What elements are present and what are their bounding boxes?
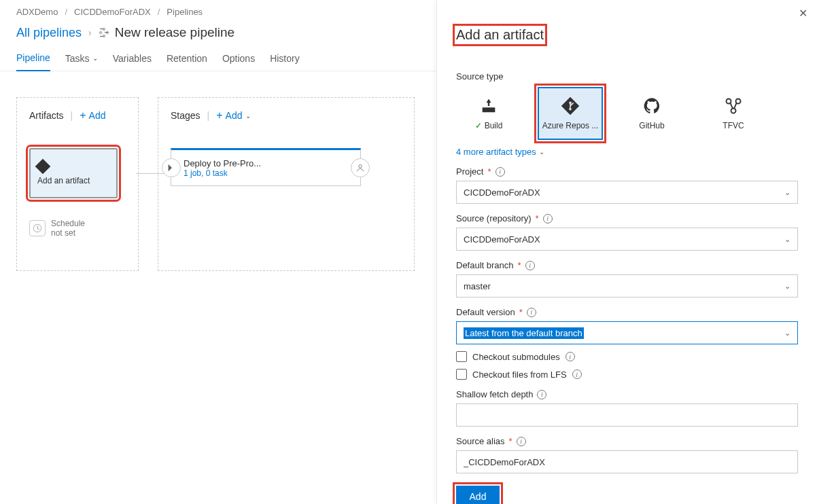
source-type-label: Source type [456, 71, 798, 82]
artifacts-add-link[interactable]: + Add [80, 110, 105, 121]
checkout-lfs-label: Checkout files from LFS [472, 370, 567, 380]
chevron-down-icon: ⌄ [245, 112, 251, 120]
add-button[interactable]: Add [456, 486, 500, 504]
chevron-right-icon: › [88, 27, 92, 38]
panel-title: Add an artifact [456, 27, 544, 43]
artifact-icon [35, 159, 51, 175]
add-artifact-label: Add an artifact [37, 176, 109, 185]
chevron-down-icon: ⌄ [784, 282, 790, 291]
breadcrumb-item[interactable]: Pipelines [167, 7, 203, 17]
source-tile-azure-repos[interactable]: Azure Repos ... [538, 87, 603, 140]
person-trigger-icon [167, 163, 176, 173]
stage-card[interactable]: Deploy to Pre-Pro... 1 job, 0 task [171, 148, 361, 186]
git-diamond-icon [561, 96, 580, 115]
info-icon[interactable]: i [543, 214, 553, 223]
project-label: Project [456, 166, 483, 177]
tab-history[interactable]: History [270, 47, 300, 71]
breadcrumb-sep: / [158, 7, 160, 17]
source-repo-label: Source (repository) [456, 213, 532, 223]
info-icon[interactable]: i [537, 390, 546, 399]
source-alias-input[interactable] [456, 450, 798, 473]
source-tile-build[interactable]: ✓Build [456, 87, 521, 140]
source-tile-tfvc[interactable]: TFVC [701, 87, 766, 140]
tab-options[interactable]: Options [222, 47, 255, 71]
shallow-depth-label: Shallow fetch depth [456, 389, 533, 399]
close-icon[interactable]: ✕ [799, 7, 807, 20]
info-icon[interactable]: i [525, 261, 535, 270]
rocket-icon [99, 27, 109, 38]
chevron-down-icon: ⌄ [539, 148, 544, 156]
pre-deploy-conditions[interactable] [162, 158, 181, 177]
tfvc-icon [724, 96, 743, 115]
source-alias-label: Source alias [456, 436, 505, 446]
stages-add-link[interactable]: + Add ⌄ [216, 110, 250, 121]
tab-variables[interactable]: Variables [113, 47, 152, 71]
svg-point-1 [359, 165, 362, 168]
source-repo-select[interactable]: CICDDemoForADX⌄ [456, 228, 798, 251]
add-artifact-card[interactable]: Add an artifact [29, 148, 118, 198]
tab-retention[interactable]: Retention [167, 47, 207, 71]
chevron-down-icon: ⌄ [784, 188, 790, 197]
more-artifact-types-link[interactable]: 4 more artifact types ⌄ [456, 147, 798, 157]
breadcrumb-sep: / [65, 7, 67, 17]
source-type-grid: ✓Build Azure Repos ... GitHub TFVC [456, 87, 798, 140]
default-version-select[interactable]: Latest from the default branch⌄ [456, 321, 798, 344]
pipeline-title: New release pipeline [99, 25, 234, 40]
breadcrumb-item[interactable]: CICDDemoForADX [74, 7, 151, 17]
svg-point-7 [731, 109, 736, 113]
plus-icon: + [216, 110, 222, 121]
plus-icon: + [80, 110, 86, 121]
all-pipelines-link[interactable]: All pipelines [16, 26, 82, 40]
info-icon[interactable]: i [496, 167, 505, 177]
stage-jobs-link[interactable]: 1 job, 0 task [184, 168, 348, 178]
post-deploy-conditions[interactable] [351, 158, 370, 177]
source-tile-github[interactable]: GitHub [619, 87, 684, 140]
artifacts-heading: Artifacts [29, 110, 64, 121]
github-icon [642, 96, 661, 115]
checkout-lfs-checkbox[interactable] [456, 369, 467, 380]
stages-column: Stages | + Add ⌄ Deploy to Pre-Pro... 1 … [158, 97, 415, 271]
checkout-submodules-checkbox[interactable] [456, 351, 467, 362]
stages-heading: Stages [171, 110, 201, 121]
breadcrumb-item[interactable]: ADXDemo [16, 7, 58, 17]
person-icon [356, 164, 364, 172]
chevron-down-icon: ⌄ [784, 329, 790, 338]
build-icon [479, 96, 498, 115]
add-artifact-panel: ✕ Add an artifact Source type ✓Build Azu… [436, 0, 817, 504]
project-select[interactable]: CICDDemoForADX⌄ [456, 181, 798, 204]
default-version-label: Default version [456, 307, 515, 317]
info-icon[interactable]: i [566, 352, 575, 361]
checkout-submodules-label: Checkout submodules [472, 352, 560, 362]
shallow-depth-input[interactable] [456, 403, 798, 427]
info-icon[interactable]: i [517, 437, 526, 446]
stage-name: Deploy to Pre-Pro... [184, 158, 348, 168]
default-branch-select[interactable]: master⌄ [456, 274, 798, 298]
tab-pipeline[interactable]: Pipeline [16, 47, 50, 71]
info-icon[interactable]: i [527, 308, 536, 317]
chevron-down-icon: ⌄ [784, 235, 790, 244]
tab-tasks[interactable]: Tasks⌄ [65, 47, 98, 71]
schedule-row[interactable]: Schedule not set [29, 219, 126, 238]
info-icon[interactable]: i [572, 370, 582, 379]
default-branch-label: Default branch [456, 260, 514, 270]
artifacts-column: Artifacts | + Add Add an artifact Schedu… [16, 97, 139, 271]
chevron-down-icon: ⌄ [92, 54, 98, 62]
clock-icon [29, 220, 46, 236]
